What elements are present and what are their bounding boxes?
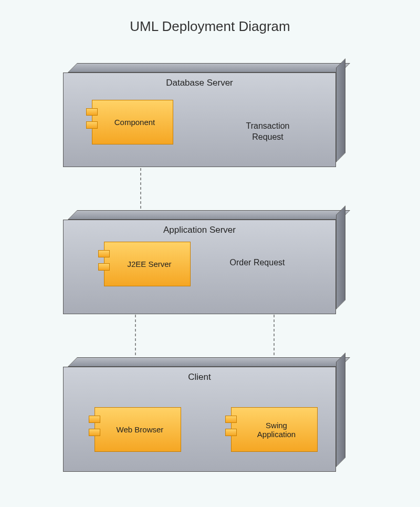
node-label-client: Client bbox=[63, 372, 336, 382]
diagram-canvas: UML Deployment Diagram Database Server C… bbox=[0, 0, 420, 507]
interface-label-order: Order Request bbox=[218, 257, 297, 268]
component-label-j2ee: J2EE Server bbox=[104, 242, 190, 286]
component-swing-application: Swing Application bbox=[231, 407, 318, 452]
component-label-database: Component bbox=[92, 100, 173, 144]
component-label-browser: Web Browser bbox=[95, 408, 181, 451]
component-database-component: Component bbox=[92, 100, 173, 144]
node-label-application: Application Server bbox=[63, 225, 336, 235]
component-j2ee-server: J2EE Server bbox=[104, 242, 191, 286]
diagram-title: UML Deployment Diagram bbox=[0, 0, 420, 35]
interface-label-transaction: Transaction Request bbox=[236, 121, 299, 143]
component-web-browser: Web Browser bbox=[94, 407, 181, 452]
component-label-swing: Swing Application bbox=[232, 408, 317, 451]
node-label-database: Database Server bbox=[63, 78, 336, 88]
